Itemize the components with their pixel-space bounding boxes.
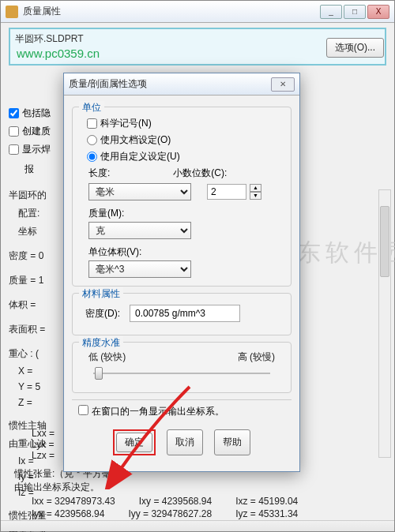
decimals-label: 小数位数(C): — [173, 167, 227, 180]
mass-unit-label: 质量(M): — [88, 207, 283, 220]
config-head: 半圆环的 — [9, 189, 70, 202]
r2a: Iyx = 4239568.94 — [32, 508, 104, 519]
use-custom-label: 使用自定义设定(U) — [100, 150, 180, 163]
units-group: 单位 科学记号(N) 使用文档设定(O) 使用自定义设定(U) 长度: 小数位数… — [72, 107, 292, 287]
show-weld-checkbox[interactable] — [9, 144, 19, 155]
dialog-close-button[interactable]: ✕ — [271, 77, 295, 92]
precision-high-label: 高 (较慢) — [238, 350, 275, 364]
volume-unit-select[interactable]: 毫米^3 — [88, 260, 191, 278]
window-title: 质量属性 — [23, 5, 320, 18]
use-doc-radio[interactable] — [87, 135, 97, 145]
surface-line: 表面积 = — [9, 323, 70, 336]
density-line: 密度 = 0 — [9, 249, 70, 263]
r1c: Ixz = 45199.04 — [235, 496, 298, 507]
app-icon — [6, 6, 18, 18]
units-group-title: 单位 — [79, 101, 104, 114]
cancel-button[interactable]: 取消 — [167, 429, 203, 455]
material-group-title: 材料属性 — [79, 287, 123, 301]
scroll-thumb[interactable] — [380, 206, 389, 277]
density-input[interactable] — [130, 305, 240, 322]
r1b: Ixy = 4239568.94 — [139, 496, 212, 507]
status-bar — [1, 520, 394, 531]
options-button[interactable]: 选项(O)... — [326, 38, 384, 58]
sci-label: 科学记号(N) — [100, 117, 152, 130]
lyx1-l: Lyx = — [32, 439, 55, 450]
use-custom-radio[interactable] — [87, 152, 97, 162]
separator — [72, 399, 292, 400]
precision-group-title: 精度水准 — [79, 336, 123, 350]
titlebar[interactable]: 质量属性 _ □ X — [1, 1, 394, 23]
r2b: Iyy = 329478627.28 — [128, 508, 212, 519]
mass-unit-select[interactable]: 克 — [88, 222, 191, 239]
precision-group: 精度水准 低 (较快) 高 (较慢) — [72, 342, 292, 393]
create-checkbox[interactable] — [9, 126, 19, 137]
length-label: 长度: — [88, 167, 110, 180]
ok-button[interactable]: 确定 — [116, 433, 152, 452]
maximize-button[interactable]: □ — [344, 5, 366, 19]
show-coord-checkbox[interactable] — [78, 405, 88, 415]
slider-thumb[interactable] — [95, 367, 103, 380]
decimals-spinner[interactable]: ▲▼ — [250, 184, 261, 200]
use-doc-label: 使用文档设定(O) — [100, 133, 171, 147]
material-group: 材料属性 密度(D): — [72, 293, 292, 335]
file-name: 半圆环.SLDPRT — [15, 32, 380, 46]
mass-line: 质量 = 1 — [9, 274, 70, 287]
url-watermark: www.pc0359.cn — [17, 47, 100, 60]
minimize-button[interactable]: _ — [320, 5, 342, 19]
volume-unit-label: 单位体积(V): — [88, 245, 283, 259]
mass-section-options-dialog: 质量/剖面属性选项 ✕ 单位 科学记号(N) 使用文档设定(O) 使用自定义设定… — [63, 73, 300, 472]
lxx1-l: Lxx = — [32, 428, 55, 439]
dialog-titlebar[interactable]: 质量/剖面属性选项 ✕ — [64, 73, 299, 96]
ok-highlight: 确定 — [113, 429, 156, 455]
center-line: 重心 : ( — [9, 347, 70, 361]
decimals-input[interactable] — [207, 184, 246, 200]
precision-slider[interactable] — [88, 365, 275, 380]
density-label: 密度(D): — [85, 307, 120, 320]
r2c: Iyz = 45331.34 — [235, 508, 298, 519]
precision-low-label: 低 (较快) — [88, 350, 126, 364]
tensor2-sub: 由输出坐标系决定。 — [14, 481, 384, 494]
include-hidden-checkbox[interactable] — [9, 108, 19, 118]
length-unit-select[interactable]: 毫米 — [88, 183, 191, 200]
scientific-notation-checkbox[interactable] — [87, 118, 97, 129]
help-button[interactable]: 帮助 — [214, 429, 250, 455]
r1a: Ixx = 329478973.43 — [32, 496, 115, 507]
volume-line: 体积 = — [9, 298, 70, 312]
vertical-scrollbar[interactable] — [378, 189, 391, 458]
close-button[interactable]: X — [367, 5, 389, 19]
dialog-title: 质量/剖面属性选项 — [69, 77, 271, 91]
lzx1-l: Lzx = — [32, 450, 55, 461]
show-coord-label: 在窗口的一角显示输出坐标系。 — [92, 405, 265, 418]
